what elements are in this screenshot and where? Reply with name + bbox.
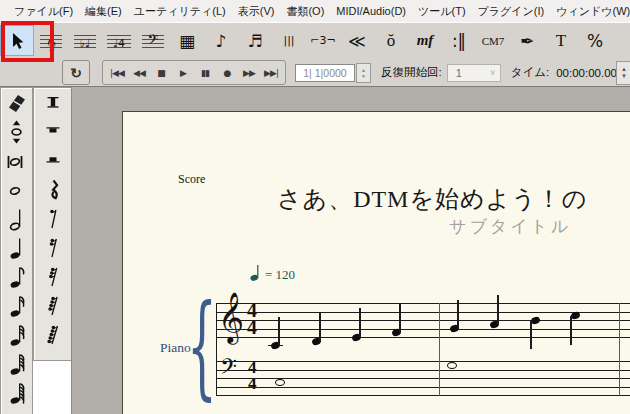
transport-button-group: |◀◀◀◀■▶▮▮●▶▶▶▶|: [102, 60, 286, 85]
score-page[interactable]: Score さあ、DTMを始めよう！の サブタイトル = 120 Piano {…: [122, 111, 630, 414]
half-rest[interactable]: [34, 146, 71, 175]
quarter-rest[interactable]: [34, 175, 71, 204]
double-whole-rest[interactable]: [34, 88, 71, 117]
smart-shape-tool-icon: ≪: [348, 31, 366, 51]
play-button[interactable]: ▶: [172, 63, 194, 82]
smart-shape-tool[interactable]: ≪: [340, 25, 374, 56]
note-stem: [530, 320, 531, 349]
simple-entry-tool[interactable]: ♪: [204, 25, 238, 56]
skip-to-start-button[interactable]: |◀◀: [106, 63, 128, 82]
record-button[interactable]: ●: [216, 63, 238, 82]
tuplet-tool[interactable]: ⌐3¬: [306, 25, 340, 56]
playback-position-field[interactable]: 1| 1|0000: [295, 64, 355, 82]
hundred-twenty-eighth-note[interactable]: [1, 378, 32, 407]
menu-document[interactable]: 書類(O): [280, 0, 330, 22]
tempo-note-icon: [250, 262, 261, 282]
clef-tool[interactable]: 𝄢: [136, 25, 170, 56]
tempo-spinner[interactable]: ▲▼: [616, 61, 630, 85]
key-signature-tool[interactable]: ♭♩: [68, 25, 102, 56]
sixty-fourth-rest[interactable]: [34, 291, 71, 320]
menu-window[interactable]: ウィンドウ(W): [550, 0, 630, 22]
hyperscribe-tool[interactable]: |||: [272, 25, 306, 56]
chord-tool[interactable]: CM7: [476, 25, 510, 56]
spinner-up-icon: ▲: [621, 66, 627, 73]
grand-staff-brace: {: [187, 294, 217, 398]
text-tool[interactable]: T: [544, 25, 578, 56]
expression-tool[interactable]: mf: [408, 25, 442, 56]
loop-playback-button[interactable]: ↻: [62, 60, 90, 85]
sixteenth-note[interactable]: [1, 291, 32, 320]
double-whole-note[interactable]: [1, 146, 32, 175]
position-spinner[interactable]: ▲▼: [356, 63, 371, 83]
stop-button[interactable]: ■: [150, 63, 172, 82]
note-stem: [497, 295, 498, 324]
menu-utilities[interactable]: ユーティリティ(L): [128, 0, 232, 22]
whole-rest[interactable]: [34, 117, 71, 146]
menu-plugins[interactable]: プラグイン(I): [472, 0, 551, 22]
thirty-second-rest[interactable]: [34, 262, 71, 291]
score-canvas[interactable]: Score さあ、DTMを始めよう！の サブタイトル = 120 Piano {…: [71, 87, 630, 414]
time-signature-tool-icon: ♩4: [111, 31, 127, 51]
menu-file[interactable]: ファイル(F): [8, 0, 79, 22]
hundred-twenty-eighth-rest[interactable]: [34, 320, 71, 349]
eighth-note[interactable]: [1, 262, 32, 291]
repeat-tool[interactable]: :‖: [442, 25, 476, 56]
menu-midi-audio[interactable]: MIDI/Audio(D): [330, 0, 412, 22]
selection-tool[interactable]: [0, 25, 34, 56]
simple-entry-palette: [0, 87, 33, 414]
time-label: タイム:: [511, 65, 550, 80]
measure-tool[interactable]: ▦: [170, 25, 204, 56]
score-title[interactable]: さあ、DTMを始めよう！の: [277, 183, 587, 215]
thirty-second-note[interactable]: [1, 320, 32, 349]
eraser-tool[interactable]: [1, 88, 32, 117]
resize-tool[interactable]: %: [578, 25, 612, 56]
main-area: Score さあ、DTMを始めよう！の サブタイトル = 120 Piano {…: [0, 86, 630, 414]
measure-barline[interactable]: [619, 303, 620, 396]
time-signature-tool[interactable]: ♩4: [102, 25, 136, 56]
hyperscribe-tool-icon: |||: [283, 34, 294, 47]
staff-line: [216, 395, 630, 396]
measure-tool-icon: ▦: [179, 31, 195, 51]
main-tool-palette: 𝄞♭♩♩4𝄢▦♪♬|||⌐3¬≪ŏmf:‖CM7✒T%: [0, 22, 630, 58]
system-barline: [216, 303, 217, 396]
treble-clef[interactable]: 𝄞: [218, 295, 244, 339]
measure-barline[interactable]: [439, 303, 440, 396]
text-tool-icon: T: [556, 31, 566, 51]
score-subtitle[interactable]: サブタイトル: [449, 215, 571, 238]
sixteenth-rest[interactable]: [34, 233, 71, 262]
staff-tool-icon: 𝄞: [44, 31, 58, 51]
pause-button[interactable]: ▮▮: [194, 63, 216, 82]
staff-line: [216, 312, 630, 313]
lyrics-tool[interactable]: ✒: [510, 25, 544, 56]
repeat-start-value: 1: [456, 67, 462, 79]
time-signature-denominator[interactable]: 4: [247, 319, 257, 336]
menu-tools[interactable]: ツール(T): [412, 0, 472, 22]
expression-tool-icon: mf: [417, 32, 434, 49]
speedy-entry-tool[interactable]: ♬: [238, 25, 272, 56]
half-note[interactable]: [1, 204, 32, 233]
fast-forward-button[interactable]: ▶▶: [238, 63, 260, 82]
menu-edit[interactable]: 編集(E): [79, 0, 128, 22]
note-stem: [457, 300, 458, 329]
time-readout: 00:00:00.000: [556, 67, 623, 79]
repeat-tool-icon: :‖: [452, 31, 466, 51]
repeat-start-dropdown[interactable]: 1 ∨: [447, 64, 501, 82]
repitch-tool[interactable]: [1, 117, 32, 146]
key-signature-tool-icon: ♭♩: [78, 31, 92, 51]
staff-line: [216, 370, 630, 371]
note-stem: [359, 308, 360, 337]
sixty-fourth-note[interactable]: [1, 349, 32, 378]
staff-tool[interactable]: 𝄞: [34, 25, 68, 56]
spinner-down-icon: ▼: [361, 73, 366, 79]
whole-note[interactable]: [1, 175, 32, 204]
articulation-tool[interactable]: ŏ: [374, 25, 408, 56]
quarter-note[interactable]: [1, 233, 32, 262]
menu-view[interactable]: 表示(V): [232, 0, 281, 22]
note-C3[interactable]: [275, 379, 285, 386]
skip-to-end-button[interactable]: ▶▶|: [260, 63, 282, 82]
note-G3[interactable]: [447, 362, 457, 369]
rewind-button[interactable]: ◀◀: [128, 63, 150, 82]
eighth-rest[interactable]: [34, 204, 71, 233]
tempo-text: = 120: [265, 267, 295, 283]
tempo-marking[interactable]: = 120: [250, 262, 295, 283]
